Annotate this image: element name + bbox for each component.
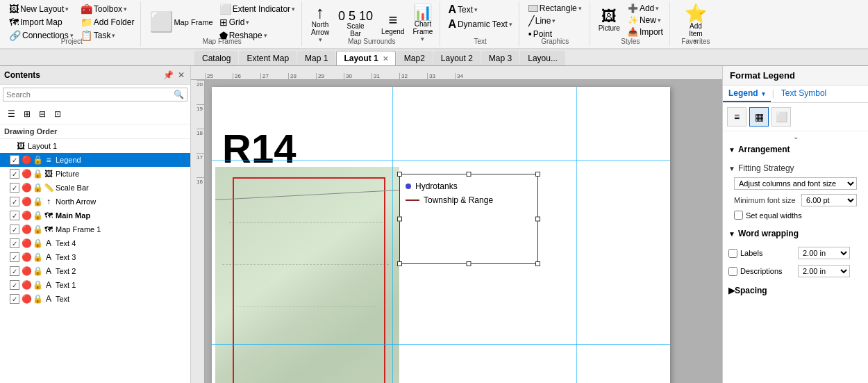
handle-bm[interactable]	[467, 261, 471, 266]
legend-checkbox[interactable]	[10, 155, 19, 165]
picture-button[interactable]: 🖼 Picture	[596, 8, 623, 33]
tree-item-text3[interactable]: 🔴 🔒 A Text 3	[0, 250, 190, 264]
tree-item-text2[interactable]: 🔴 🔒 A Text 2	[0, 264, 190, 278]
legend-button[interactable]: ≡ Legend	[378, 11, 407, 37]
labels-width-select[interactable]: 2.00 in 1.00 in	[798, 247, 850, 259]
handle-br[interactable]	[535, 261, 540, 266]
layout-page[interactable]: R14	[212, 87, 670, 383]
chart-frame-label: ChartFrame	[412, 20, 433, 35]
word-wrapping-arrow: ▼	[728, 230, 735, 238]
dynamic-text-button[interactable]: A Dynamic Text ▾	[446, 17, 514, 31]
tab-extent-map[interactable]: Extent Map	[239, 51, 297, 65]
labels-check-label: Labels	[728, 249, 798, 258]
tree-item-text1[interactable]: 🔴 🔒 A Text 1	[0, 278, 190, 292]
tree-item-legend[interactable]: 🔴 🔒 ≡ Legend	[0, 153, 190, 167]
handle-tr[interactable]	[535, 172, 540, 177]
import-button[interactable]: 📥 Import	[626, 26, 665, 38]
mapframe1-checkbox[interactable]	[10, 225, 19, 234]
tree-item-text4[interactable]: 🔴 🔒 A Text 4	[0, 236, 190, 250]
tree-item-northarrow[interactable]: 🔴 🔒 ↑ North Arrow	[0, 195, 190, 209]
ruler-tick-25: 25	[205, 73, 233, 79]
text3-checkbox[interactable]	[10, 252, 19, 262]
legend-layout-btn-2[interactable]: ▦	[749, 107, 769, 127]
spacing-section[interactable]: ▶ Spacing	[723, 282, 868, 300]
add-folder-button[interactable]: 📁 Add Folder	[78, 16, 137, 28]
pin-button[interactable]: 📌	[162, 69, 175, 81]
labels-checkbox[interactable]	[728, 249, 737, 258]
list-view-button[interactable]: ☰	[4, 107, 19, 121]
handle-tl[interactable]	[397, 172, 402, 177]
format-tab-legend[interactable]: Legend ▾	[723, 85, 771, 102]
format-legend-panel: Format Legend Legend ▾ | Text Symbol ≡ ▦…	[722, 66, 868, 383]
format-tab-textsymbol[interactable]: Text Symbol	[776, 85, 832, 102]
styles-group-label: Styles	[592, 38, 669, 45]
legend-element[interactable]: Hydrotanks Township & Range	[399, 174, 538, 264]
rectangle-button[interactable]: Rectangle ▾	[526, 3, 584, 14]
toolbox-button[interactable]: 🧰 Toolbox ▾	[78, 3, 137, 15]
add-icon: ➕	[628, 3, 638, 13]
tab-layout3[interactable]: Layou...	[520, 51, 565, 65]
line-icon: ╱	[528, 15, 534, 26]
legend-layout-btn-1[interactable]: ≡	[727, 107, 746, 127]
new-layout-button[interactable]: 🖼 New Layout ▾	[7, 3, 76, 15]
tab-catalog[interactable]: Catalog	[194, 51, 238, 65]
tree-item-layout1[interactable]: 🖼 Layout 1	[0, 139, 190, 153]
text1-checkbox[interactable]	[10, 280, 19, 290]
tab-layout1-close[interactable]: ✕	[383, 55, 388, 63]
terrain-line-2	[222, 264, 389, 265]
fitting-select[interactable]: Adjust columns and font size No adjustme…	[734, 177, 857, 190]
text-checkbox[interactable]	[10, 294, 19, 304]
tab-layout2[interactable]: Layout 2	[433, 51, 481, 65]
tree-view-button[interactable]: ⊞	[20, 107, 34, 121]
text2-checkbox[interactable]	[10, 266, 19, 276]
ruler-tick-27: 27	[260, 73, 288, 79]
word-wrapping-section[interactable]: ▼ Word wrapping	[723, 225, 868, 243]
equal-widths-checkbox[interactable]	[734, 211, 743, 220]
descriptions-checkbox[interactable]	[728, 267, 737, 276]
contents-close-button[interactable]: ✕	[176, 69, 186, 81]
thumbnail-view-button[interactable]: ⊡	[51, 107, 65, 121]
grid-button[interactable]: ⊞ Grid ▾	[217, 16, 297, 28]
tree-item-picture[interactable]: 🔴 🔒 🖼 Picture	[0, 167, 190, 181]
format-legend-tab-dropdown[interactable]: ▾	[762, 90, 765, 97]
handle-tm[interactable]	[467, 172, 471, 177]
extent-indicator-button[interactable]: ⬜ Extent Indicator ▾	[217, 3, 297, 15]
min-font-select[interactable]: 6.00 pt 8.00 pt	[801, 194, 857, 206]
map-frame-button[interactable]: ⬜ Map Frame	[147, 11, 215, 33]
add-button[interactable]: ➕ Add ▾	[626, 3, 665, 14]
canvas-area[interactable]: 25 26 27 28 29 30 31 32 33 34 20 19 18 1…	[191, 66, 722, 383]
descriptions-width-select[interactable]: 2.00 in 1.00 in	[798, 265, 850, 277]
tree-item-mainmap[interactable]: 🔴 🔒 🗺 Main Map	[0, 209, 190, 222]
handle-ml[interactable]	[397, 217, 402, 222]
detail-view-button[interactable]: ⊟	[35, 107, 49, 121]
scale-bar-button[interactable]: 0 5 10 ScaleBar	[335, 8, 376, 39]
tree-item-text[interactable]: 🔴 🔒 A Text	[0, 292, 190, 306]
import-map-button[interactable]: 🗺 Import Map	[7, 16, 76, 28]
tab-map3[interactable]: Map 3	[481, 51, 519, 65]
fitting-strategy-label: Fitting Strategy	[738, 163, 794, 173]
text4-checkbox[interactable]	[10, 238, 19, 248]
line-button[interactable]: ╱ Line ▾	[526, 15, 558, 27]
import-label: Import	[640, 27, 663, 37]
add-dropdown: ▾	[656, 5, 659, 12]
scalebar-sym-icon: 📏	[43, 182, 54, 193]
fitting-strategy-header[interactable]: ▼ Fitting Strategy	[728, 161, 862, 175]
picture-checkbox[interactable]	[10, 169, 19, 179]
contents-header: Contents 📌 ✕	[0, 66, 190, 85]
new-button[interactable]: ✨ New ▾	[626, 15, 665, 26]
text-button[interactable]: A Text ▾	[446, 3, 480, 17]
tree-item-mapframe1[interactable]: 🔴 🔒 🗺 Map Frame 1	[0, 222, 190, 236]
labels-label: Labels	[740, 249, 798, 257]
tree-item-scalebar[interactable]: 🔴 🔒 📏 Scale Bar	[0, 181, 190, 195]
search-input[interactable]	[3, 89, 171, 100]
legend-layout-btn-3[interactable]: ⬜	[771, 107, 791, 127]
scalebar-checkbox[interactable]	[10, 183, 19, 193]
ruler-tick-32: 32	[399, 73, 427, 79]
handle-bl[interactable]	[397, 261, 402, 266]
handle-mr[interactable]	[535, 217, 540, 222]
mainmap-checkbox[interactable]	[10, 211, 19, 220]
fitting-arrow: ▼	[728, 165, 735, 172]
northarrow-checkbox[interactable]	[10, 197, 19, 206]
arrangement-section[interactable]: ▼ Arrangement	[723, 140, 868, 158]
ruler-tick-31: 31	[372, 73, 399, 79]
